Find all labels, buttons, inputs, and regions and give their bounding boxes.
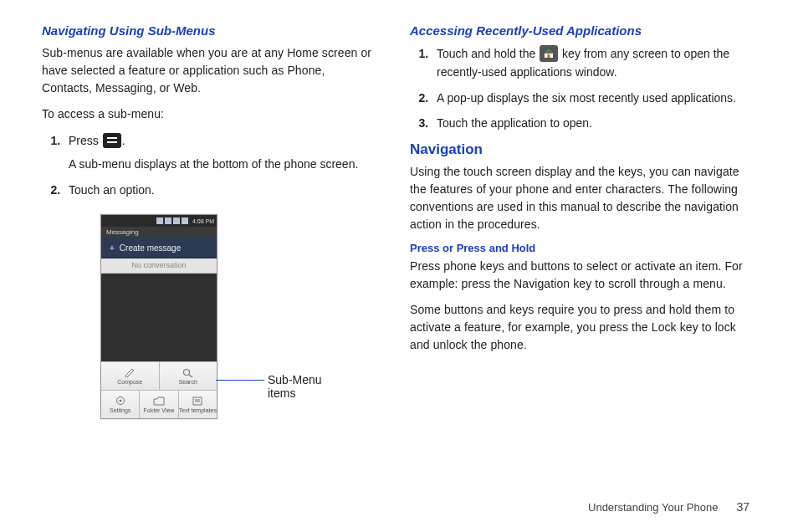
step-1: Press . A sub-menu displays at the botto… bbox=[64, 131, 376, 174]
submenu-row: Settings Folder View Text bbox=[101, 390, 217, 418]
heading-navigation: Navigation bbox=[410, 141, 744, 158]
submenu-label: Search bbox=[179, 379, 197, 385]
status-time: 4:08 PM bbox=[192, 218, 214, 224]
messaging-titlebar: Messaging bbox=[101, 227, 217, 238]
page-number: 37 bbox=[736, 500, 749, 514]
folder-icon bbox=[153, 396, 165, 406]
submenus-lead: To access a sub-menu: bbox=[42, 105, 376, 123]
svg-rect-7 bbox=[548, 54, 550, 58]
callout-label: Sub-Menu items bbox=[268, 373, 343, 400]
submenu-row: Compose Search bbox=[101, 361, 217, 390]
home-key-icon bbox=[540, 45, 558, 62]
recent-step-3: Touch the application to open. bbox=[432, 114, 744, 132]
heading-press: Press or Press and Hold bbox=[410, 242, 744, 254]
navigation-body: Using the touch screen display and the k… bbox=[410, 163, 744, 233]
svg-point-3 bbox=[119, 400, 121, 402]
svg-line-1 bbox=[189, 375, 192, 377]
step1-text-a: Press bbox=[69, 134, 102, 147]
status-icon bbox=[182, 217, 188, 224]
submenu-compose: Compose bbox=[101, 362, 160, 390]
press-p1: Press phone keys and buttons to select o… bbox=[410, 258, 744, 293]
search-icon bbox=[182, 368, 194, 377]
submenu-folderview: Folder View bbox=[140, 391, 178, 418]
page-footer: Understanding Your Phone 37 bbox=[588, 500, 749, 514]
create-message-label: Create message bbox=[120, 243, 181, 253]
submenus-steps: Press . A sub-menu displays at the botto… bbox=[49, 131, 376, 199]
compose-icon bbox=[124, 368, 136, 377]
submenu-label: Settings bbox=[110, 407, 130, 413]
submenu-texttemplates: Text templates bbox=[179, 391, 217, 418]
left-column: Navigating Using Sub-Menus Sub-menus are… bbox=[42, 23, 376, 419]
step-2: Touch an option. bbox=[64, 181, 376, 199]
submenu-label: Compose bbox=[117, 379, 142, 385]
press-p2: Some buttons and keys require you to pre… bbox=[410, 301, 744, 354]
recent-step-1: Touch and hold the key from any screen t… bbox=[432, 44, 744, 82]
menu-key-icon bbox=[103, 133, 121, 148]
submenu-label: Text templates bbox=[179, 407, 217, 413]
footer-section: Understanding Your Phone bbox=[588, 501, 718, 514]
template-icon bbox=[192, 396, 203, 406]
status-icon bbox=[156, 217, 163, 224]
gear-icon bbox=[115, 396, 126, 406]
empty-area bbox=[101, 274, 217, 361]
submenu-settings: Settings bbox=[101, 391, 140, 418]
status-icon bbox=[165, 217, 171, 224]
recent-apps-steps: Touch and hold the key from any screen t… bbox=[417, 44, 744, 133]
status-bar: 4:08 PM bbox=[101, 215, 217, 227]
step1-text-b: . bbox=[122, 134, 125, 147]
create-message-row: + Create message bbox=[101, 238, 217, 258]
phone-figure: 4:08 PM Messaging + Create message No co… bbox=[100, 214, 343, 419]
submenus-intro: Sub-menus are available when you are at … bbox=[42, 44, 376, 97]
submenu-search: Search bbox=[160, 362, 217, 390]
heading-recent-apps: Accessing Recently-Used Applications bbox=[410, 23, 744, 38]
submenu-label: Folder View bbox=[144, 407, 175, 413]
heading-submenus: Navigating Using Sub-Menus bbox=[42, 23, 376, 38]
submenu-grid: Compose Search bbox=[101, 361, 217, 418]
plus-icon: + bbox=[110, 243, 115, 253]
status-icon bbox=[173, 217, 180, 224]
phone-mock: 4:08 PM Messaging + Create message No co… bbox=[100, 214, 217, 419]
right-column: Accessing Recently-Used Applications Tou… bbox=[410, 23, 744, 419]
step1-sub: A sub-menu displays at the bottom of the… bbox=[69, 155, 376, 173]
r-step1-a: Touch and hold the bbox=[437, 47, 539, 60]
svg-point-0 bbox=[183, 369, 189, 375]
callout-leader bbox=[216, 380, 264, 381]
recent-step-2: A pop-up displays the six most recently … bbox=[432, 89, 744, 107]
page: Navigating Using Sub-Menus Sub-menus are… bbox=[0, 0, 798, 419]
no-conversation-row: No conversation bbox=[101, 258, 217, 274]
